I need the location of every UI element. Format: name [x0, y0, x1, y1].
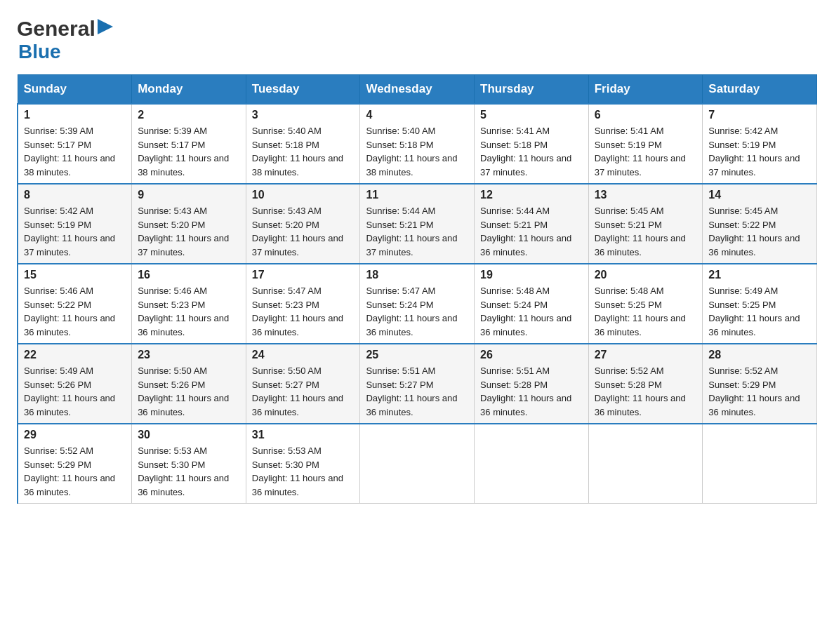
- day-info: Sunrise: 5:42 AMSunset: 5:19 PMDaylight:…: [708, 124, 811, 179]
- day-number: 11: [366, 189, 468, 201]
- day-info: Sunrise: 5:48 AMSunset: 5:25 PMDaylight:…: [595, 284, 697, 339]
- day-number: 5: [480, 109, 583, 121]
- calendar-cell: 18 Sunrise: 5:47 AMSunset: 5:24 PMDaylig…: [360, 264, 475, 344]
- calendar-cell: 30 Sunrise: 5:53 AMSunset: 5:30 PMDaylig…: [132, 424, 246, 504]
- logo: General Blue: [17, 17, 113, 63]
- day-info: Sunrise: 5:52 AMSunset: 5:29 PMDaylight:…: [24, 444, 126, 499]
- day-number: 20: [595, 269, 697, 281]
- calendar-cell: 6 Sunrise: 5:41 AMSunset: 5:19 PMDayligh…: [588, 104, 703, 184]
- calendar-cell: 5 Sunrise: 5:41 AMSunset: 5:18 PMDayligh…: [475, 104, 589, 184]
- calendar-week-row: 22 Sunrise: 5:49 AMSunset: 5:26 PMDaylig…: [18, 344, 817, 424]
- day-number: 7: [708, 109, 811, 121]
- day-number: 9: [138, 189, 240, 201]
- calendar-cell: 25 Sunrise: 5:51 AMSunset: 5:27 PMDaylig…: [360, 344, 475, 424]
- day-header-wednesday: Wednesday: [360, 75, 475, 105]
- calendar-cell: 11 Sunrise: 5:44 AMSunset: 5:21 PMDaylig…: [360, 184, 475, 264]
- day-info: Sunrise: 5:48 AMSunset: 5:24 PMDaylight:…: [480, 284, 583, 339]
- day-number: 21: [708, 269, 811, 281]
- calendar-cell: 28 Sunrise: 5:52 AMSunset: 5:29 PMDaylig…: [703, 344, 817, 424]
- logo-triangle-icon: [98, 19, 113, 34]
- calendar-cell: [475, 424, 589, 504]
- day-info: Sunrise: 5:52 AMSunset: 5:28 PMDaylight:…: [595, 364, 697, 419]
- day-info: Sunrise: 5:47 AMSunset: 5:23 PMDaylight:…: [252, 284, 355, 339]
- day-info: Sunrise: 5:51 AMSunset: 5:27 PMDaylight:…: [366, 364, 468, 419]
- calendar-week-row: 29 Sunrise: 5:52 AMSunset: 5:29 PMDaylig…: [18, 424, 817, 504]
- calendar-cell: 9 Sunrise: 5:43 AMSunset: 5:20 PMDayligh…: [132, 184, 246, 264]
- calendar-cell: [588, 424, 703, 504]
- calendar-cell: 26 Sunrise: 5:51 AMSunset: 5:28 PMDaylig…: [475, 344, 589, 424]
- day-info: Sunrise: 5:46 AMSunset: 5:22 PMDaylight:…: [24, 284, 126, 339]
- day-info: Sunrise: 5:52 AMSunset: 5:29 PMDaylight:…: [708, 364, 811, 419]
- day-info: Sunrise: 5:42 AMSunset: 5:19 PMDaylight:…: [24, 204, 126, 259]
- day-info: Sunrise: 5:41 AMSunset: 5:18 PMDaylight:…: [480, 124, 583, 179]
- calendar-cell: 7 Sunrise: 5:42 AMSunset: 5:19 PMDayligh…: [703, 104, 817, 184]
- day-info: Sunrise: 5:40 AMSunset: 5:18 PMDaylight:…: [252, 124, 355, 179]
- calendar-week-row: 1 Sunrise: 5:39 AMSunset: 5:17 PMDayligh…: [18, 104, 817, 184]
- calendar-cell: 8 Sunrise: 5:42 AMSunset: 5:19 PMDayligh…: [18, 184, 132, 264]
- day-info: Sunrise: 5:49 AMSunset: 5:25 PMDaylight:…: [708, 284, 811, 339]
- day-number: 2: [138, 109, 240, 121]
- day-number: 25: [366, 349, 468, 361]
- day-number: 26: [480, 349, 583, 361]
- day-number: 14: [708, 189, 811, 201]
- day-number: 17: [252, 269, 355, 281]
- calendar-cell: [703, 424, 817, 504]
- day-info: Sunrise: 5:44 AMSunset: 5:21 PMDaylight:…: [366, 204, 468, 259]
- day-number: 3: [252, 109, 355, 121]
- day-number: 1: [24, 109, 126, 121]
- day-number: 29: [24, 429, 126, 441]
- calendar-table: SundayMondayTuesdayWednesdayThursdayFrid…: [17, 74, 817, 504]
- day-number: 13: [595, 189, 697, 201]
- logo-blue-text: Blue: [18, 41, 61, 63]
- day-number: 22: [24, 349, 126, 361]
- day-number: 28: [708, 349, 811, 361]
- calendar-header-row: SundayMondayTuesdayWednesdayThursdayFrid…: [18, 75, 817, 105]
- day-header-sunday: Sunday: [18, 75, 132, 105]
- day-info: Sunrise: 5:39 AMSunset: 5:17 PMDaylight:…: [138, 124, 240, 179]
- day-info: Sunrise: 5:44 AMSunset: 5:21 PMDaylight:…: [480, 204, 583, 259]
- day-info: Sunrise: 5:53 AMSunset: 5:30 PMDaylight:…: [138, 444, 240, 499]
- day-number: 30: [138, 429, 240, 441]
- calendar-cell: 19 Sunrise: 5:48 AMSunset: 5:24 PMDaylig…: [475, 264, 589, 344]
- calendar-cell: 12 Sunrise: 5:44 AMSunset: 5:21 PMDaylig…: [475, 184, 589, 264]
- day-number: 19: [480, 269, 583, 281]
- day-number: 8: [24, 189, 126, 201]
- calendar-cell: 4 Sunrise: 5:40 AMSunset: 5:18 PMDayligh…: [360, 104, 475, 184]
- day-info: Sunrise: 5:45 AMSunset: 5:22 PMDaylight:…: [708, 204, 811, 259]
- day-number: 27: [595, 349, 697, 361]
- day-info: Sunrise: 5:51 AMSunset: 5:28 PMDaylight:…: [480, 364, 583, 419]
- day-info: Sunrise: 5:50 AMSunset: 5:27 PMDaylight:…: [252, 364, 355, 419]
- day-number: 4: [366, 109, 468, 121]
- day-info: Sunrise: 5:49 AMSunset: 5:26 PMDaylight:…: [24, 364, 126, 419]
- day-number: 6: [595, 109, 697, 121]
- day-number: 12: [480, 189, 583, 201]
- calendar-cell: 10 Sunrise: 5:43 AMSunset: 5:20 PMDaylig…: [246, 184, 360, 264]
- day-header-saturday: Saturday: [703, 75, 817, 105]
- calendar-cell: 17 Sunrise: 5:47 AMSunset: 5:23 PMDaylig…: [246, 264, 360, 344]
- day-info: Sunrise: 5:46 AMSunset: 5:23 PMDaylight:…: [138, 284, 240, 339]
- day-number: 31: [252, 429, 355, 441]
- day-header-friday: Friday: [588, 75, 703, 105]
- day-info: Sunrise: 5:41 AMSunset: 5:19 PMDaylight:…: [595, 124, 697, 179]
- calendar-cell: 13 Sunrise: 5:45 AMSunset: 5:21 PMDaylig…: [588, 184, 703, 264]
- calendar-cell: 24 Sunrise: 5:50 AMSunset: 5:27 PMDaylig…: [246, 344, 360, 424]
- calendar-cell: 14 Sunrise: 5:45 AMSunset: 5:22 PMDaylig…: [703, 184, 817, 264]
- day-header-thursday: Thursday: [475, 75, 589, 105]
- logo-general-text: General: [17, 17, 95, 41]
- day-info: Sunrise: 5:47 AMSunset: 5:24 PMDaylight:…: [366, 284, 468, 339]
- calendar-cell: 1 Sunrise: 5:39 AMSunset: 5:17 PMDayligh…: [18, 104, 132, 184]
- day-info: Sunrise: 5:53 AMSunset: 5:30 PMDaylight:…: [252, 444, 355, 499]
- day-info: Sunrise: 5:45 AMSunset: 5:21 PMDaylight:…: [595, 204, 697, 259]
- calendar-cell: 23 Sunrise: 5:50 AMSunset: 5:26 PMDaylig…: [132, 344, 246, 424]
- day-number: 15: [24, 269, 126, 281]
- calendar-cell: 22 Sunrise: 5:49 AMSunset: 5:26 PMDaylig…: [18, 344, 132, 424]
- calendar-cell: 3 Sunrise: 5:40 AMSunset: 5:18 PMDayligh…: [246, 104, 360, 184]
- day-number: 16: [138, 269, 240, 281]
- calendar-cell: 27 Sunrise: 5:52 AMSunset: 5:28 PMDaylig…: [588, 344, 703, 424]
- calendar-cell: 31 Sunrise: 5:53 AMSunset: 5:30 PMDaylig…: [246, 424, 360, 504]
- calendar-week-row: 8 Sunrise: 5:42 AMSunset: 5:19 PMDayligh…: [18, 184, 817, 264]
- calendar-cell: 15 Sunrise: 5:46 AMSunset: 5:22 PMDaylig…: [18, 264, 132, 344]
- calendar-week-row: 15 Sunrise: 5:46 AMSunset: 5:22 PMDaylig…: [18, 264, 817, 344]
- day-number: 23: [138, 349, 240, 361]
- day-number: 18: [366, 269, 468, 281]
